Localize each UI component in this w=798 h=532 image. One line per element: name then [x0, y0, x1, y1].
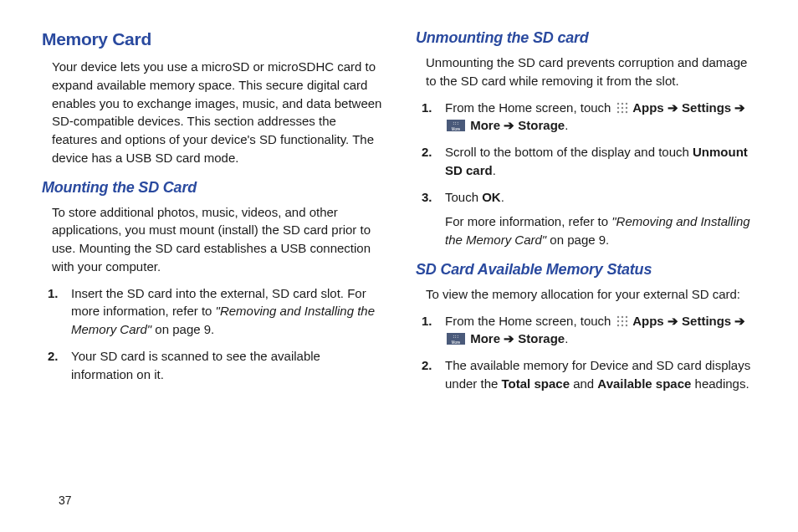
step-text-tail: headings. [691, 376, 749, 391]
mount-step-1: 1. Insert the SD card into the external,… [71, 284, 382, 339]
step-text: From the Home screen, touch [445, 314, 615, 328]
more-icon [447, 333, 465, 345]
unmount-step-2: 2. Scroll to the bottom of the display a… [445, 143, 756, 180]
svg-point-9 [616, 315, 618, 317]
apps-icon [616, 102, 628, 114]
nav-path-apps: Apps ➔ Settings ➔ [630, 100, 746, 115]
unmount-step-3: 3. Touch OK. For more information, refer… [445, 188, 756, 249]
ui-label: Available space [597, 376, 691, 391]
status-intro: To view the memory allocation for your e… [416, 285, 756, 304]
svg-point-14 [625, 320, 627, 321]
step-text: and [570, 376, 597, 391]
step-number: 1. [422, 312, 432, 330]
svg-point-10 [621, 315, 622, 317]
nav-path-apps: Apps ➔ Settings ➔ [630, 314, 746, 328]
period: . [501, 190, 504, 204]
unmount-intro: Unmounting the SD card prevents corrupti… [416, 54, 756, 90]
step-text: Touch [445, 190, 482, 204]
step-number: 2. [422, 143, 432, 161]
step-number: 2. [48, 347, 59, 366]
period: . [565, 331, 568, 345]
mounting-intro: To store additional photos, music, video… [42, 203, 382, 276]
svg-point-7 [621, 110, 622, 112]
unmount-steps: 1. From the Home screen, touch Apps ➔ Se… [416, 99, 756, 249]
step-text: Your SD card is scanned to see the avail… [71, 349, 320, 381]
two-column-layout: Memory Card Your device lets you use a m… [42, 29, 756, 402]
sub-text-tail: on page 9. [546, 233, 609, 247]
heading-memory-status: SD Card Available Memory Status [416, 261, 756, 279]
ui-label: OK [482, 190, 501, 204]
step-number: 1. [48, 284, 59, 303]
svg-point-11 [625, 315, 627, 317]
more-icon [447, 120, 465, 131]
page-number: 37 [59, 494, 72, 507]
heading-memory-card: Memory Card [42, 29, 382, 49]
svg-point-4 [621, 106, 622, 108]
step-text: From the Home screen, touch [445, 100, 615, 115]
step-number: 2. [422, 356, 432, 375]
heading-mounting: Mounting the SD Card [42, 179, 382, 197]
svg-point-13 [621, 320, 622, 321]
cross-ref-para: For more information, refer to "Removing… [445, 212, 756, 249]
step-text-tail: on page 9. [151, 322, 214, 336]
svg-point-6 [616, 110, 618, 112]
nav-path-more: More ➔ Storage [467, 331, 565, 345]
svg-point-0 [616, 102, 618, 104]
step-number: 3. [422, 188, 432, 207]
apps-icon [616, 315, 628, 327]
sub-text: For more information, refer to [445, 214, 611, 228]
status-step-1: 1. From the Home screen, touch Apps ➔ Se… [445, 312, 756, 349]
svg-point-1 [621, 102, 622, 104]
mounting-steps: 1. Insert the SD card into the external,… [42, 284, 382, 384]
svg-point-5 [625, 106, 627, 108]
status-steps: 1. From the Home screen, touch Apps ➔ Se… [416, 312, 756, 393]
svg-point-15 [616, 324, 618, 325]
ui-label: Total space [502, 376, 570, 391]
step-number: 1. [422, 99, 432, 117]
svg-point-17 [625, 324, 627, 325]
svg-point-8 [625, 110, 627, 112]
unmount-step-1: 1. From the Home screen, touch Apps ➔ Se… [445, 99, 756, 136]
svg-point-12 [616, 320, 618, 321]
period: . [565, 118, 568, 132]
status-step-2: 2. The available memory for Device and S… [445, 356, 756, 393]
heading-unmounting: Unmounting the SD card [416, 29, 756, 47]
step-text: Scroll to the bottom of the display and … [445, 145, 693, 159]
memory-card-intro: Your device lets you use a microSD or mi… [42, 58, 382, 167]
left-column: Memory Card Your device lets you use a m… [42, 29, 382, 402]
period: . [493, 163, 496, 177]
right-column: Unmounting the SD card Unmounting the SD… [416, 29, 756, 402]
mount-step-2: 2. Your SD card is scanned to see the av… [71, 347, 382, 384]
svg-point-2 [625, 102, 627, 104]
nav-path-more: More ➔ Storage [467, 118, 565, 132]
svg-point-3 [616, 106, 618, 108]
svg-point-16 [621, 324, 622, 325]
